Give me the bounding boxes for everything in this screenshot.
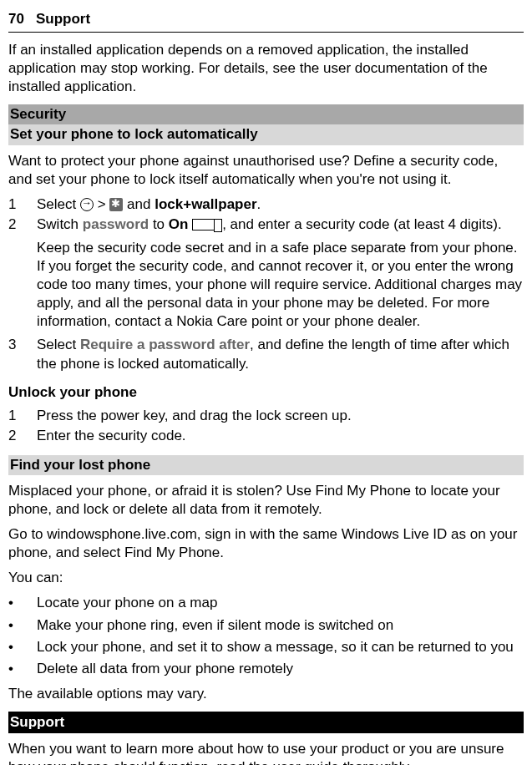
step-text: Switch password to On , and enter a secu… bbox=[37, 215, 524, 234]
find-p2: Go to windowsphone.live.com, sign in wit… bbox=[8, 525, 524, 562]
bullet-icon: • bbox=[8, 660, 23, 678]
find-bullets: •Locate your phone on a map •Make your p… bbox=[8, 594, 524, 677]
text: Select bbox=[37, 337, 80, 352]
step-text: Press the power key, and drag the lock s… bbox=[37, 407, 524, 425]
toggle-icon bbox=[192, 219, 222, 231]
lock-wallpaper-label: lock+wallpaper bbox=[155, 196, 256, 212]
find-p4: The available options may vary. bbox=[8, 685, 524, 703]
text: Select bbox=[37, 196, 80, 212]
bullet-icon: • bbox=[8, 638, 23, 656]
step-number: 2 bbox=[8, 427, 23, 445]
step-text: Select Require a password after, and def… bbox=[37, 336, 524, 372]
auto-lock-steps: 1 Select > and lock+wallpaper. 2 Switch … bbox=[8, 195, 524, 234]
bullet-text: Delete all data from your phone remotely bbox=[37, 660, 524, 678]
auto-lock-intro: Want to protect your phone against unaut… bbox=[8, 152, 524, 189]
step-number: 2 bbox=[8, 215, 23, 234]
security-code-note: Keep the security code secret and in a s… bbox=[37, 239, 524, 331]
step-number: 3 bbox=[8, 336, 23, 372]
unlock-steps: 1 Press the power key, and drag the lock… bbox=[8, 407, 524, 445]
auto-lock-title: Set your phone to lock automatically bbox=[8, 124, 524, 144]
page-header: 70 Support bbox=[8, 10, 524, 33]
bullet-text: Make your phone ring, even if silent mod… bbox=[37, 616, 524, 635]
require-password-label: Require a password after bbox=[80, 337, 250, 352]
text: Switch bbox=[37, 216, 83, 232]
intro-paragraph: If an installed application depends on a… bbox=[8, 41, 524, 96]
text: . bbox=[257, 196, 261, 212]
step-text: Enter the security code. bbox=[37, 427, 524, 445]
support-paragraph: When you want to learn more about how to… bbox=[8, 740, 524, 765]
step-number: 1 bbox=[8, 407, 23, 425]
bullet-icon: • bbox=[8, 616, 23, 635]
on-label: On bbox=[169, 216, 189, 232]
start-icon bbox=[80, 198, 94, 211]
page-number: 70 bbox=[8, 10, 24, 28]
text: , and enter a security code (at least 4 … bbox=[222, 216, 502, 232]
find-p1: Misplaced your phone, or afraid it is st… bbox=[8, 482, 524, 519]
unlock-title: Unlock your phone bbox=[8, 383, 524, 402]
find-p3: You can: bbox=[8, 569, 524, 587]
password-label: password bbox=[83, 216, 149, 232]
security-heading: Security bbox=[8, 104, 524, 124]
bullet-text: Lock your phone, and set it to show a me… bbox=[37, 638, 524, 656]
text: > bbox=[98, 196, 110, 212]
auto-lock-steps-cont: 3 Select Require a password after, and d… bbox=[8, 336, 524, 372]
bullet-text: Locate your phone on a map bbox=[37, 594, 524, 612]
step-text: Select > and lock+wallpaper. bbox=[37, 195, 524, 214]
support-heading: Support bbox=[8, 712, 524, 733]
header-section: Support bbox=[36, 10, 90, 28]
text: to bbox=[149, 216, 169, 232]
text: and bbox=[127, 196, 155, 212]
settings-icon bbox=[109, 198, 123, 211]
find-phone-title: Find your lost phone bbox=[8, 455, 524, 475]
step-number: 1 bbox=[8, 195, 23, 214]
bullet-icon: • bbox=[8, 594, 23, 612]
